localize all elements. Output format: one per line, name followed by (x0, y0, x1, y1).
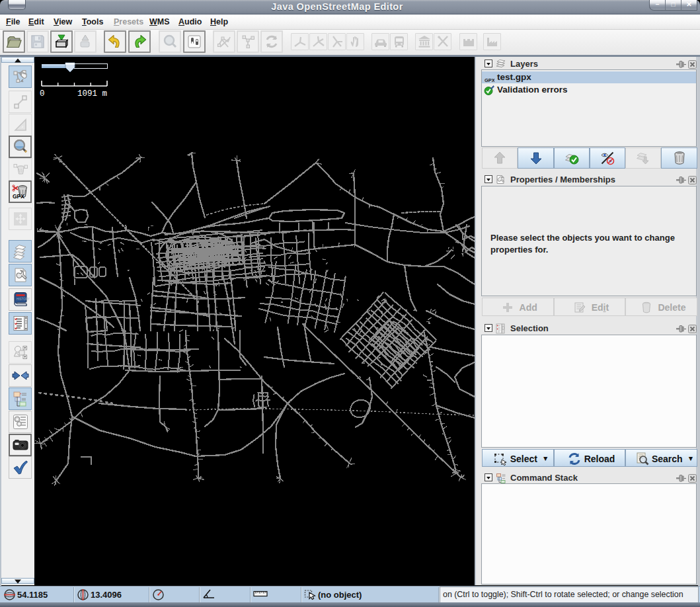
svg-text:GPX: GPX (13, 193, 24, 200)
svg-text:1091 m: 1091 m (77, 89, 107, 99)
svg-text:0: 0 (40, 89, 45, 99)
svg-text:HISTORY: HISTORY (17, 297, 30, 300)
svg-text:GPX: GPX (485, 77, 494, 83)
